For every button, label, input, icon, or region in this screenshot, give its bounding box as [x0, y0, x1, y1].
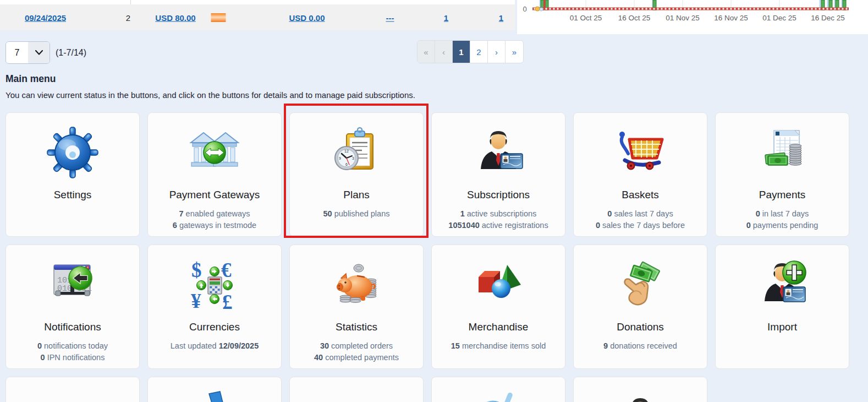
tile-label: Donations: [574, 321, 707, 333]
svg-text:9: 9: [339, 156, 341, 160]
main-menu-tiles-region: Settings Payment Gateways7 enabled gatew…: [6, 112, 864, 402]
tile-label: Baskets: [574, 189, 707, 201]
svg-text:01 Oct 25: 01 Oct 25: [570, 14, 602, 22]
svg-text:¥: ¥: [191, 290, 201, 311]
tile-label: Notifications: [6, 321, 139, 333]
main-menu-grid: Settings Payment Gateways7 enabled gatew…: [6, 112, 864, 402]
tile-import[interactable]: Import: [715, 245, 849, 369]
tile-status-line: 6 gateways in testmode: [148, 220, 281, 231]
tile-status-lines: 9 donations received: [574, 340, 707, 352]
pagination-page-2-button[interactable]: 2: [470, 41, 488, 63]
tile-status-line: 50 published plans: [290, 208, 423, 220]
amount-link[interactable]: USD 80.00: [155, 13, 195, 22]
per-page-select[interactable]: 7: [6, 41, 50, 64]
tile-partial-blue-glass[interactable]: [431, 377, 565, 402]
receipt-printer-icon: [148, 388, 281, 402]
table-row-above: [0, 0, 515, 4]
tile-notifications[interactable]: x 101 010 011 Notifications0 notificatio…: [6, 245, 140, 369]
svg-text:£: £: [222, 291, 233, 311]
column-divider: [130, 0, 131, 4]
hand-cash-icon: [574, 256, 707, 313]
tile-status-lines: 1 active subscriptions1051040 active reg…: [432, 208, 565, 231]
shopping-cart-icon: [574, 124, 707, 181]
blue-glass-icon: [432, 388, 565, 402]
ledger-cash-icon: [716, 124, 849, 181]
tile-label: Plans: [290, 189, 423, 201]
binary-window-icon: x 101 010 011: [6, 256, 139, 313]
tile-status-line: 15 merchandise items sold: [432, 340, 565, 352]
tile-status-line: 0 in last 7 days: [716, 208, 849, 220]
amount2-link[interactable]: USD 0.00: [289, 13, 325, 22]
user-plus-icon: [716, 256, 849, 313]
count-link-a[interactable]: 1: [444, 13, 448, 22]
record-range-label: (1-7/14): [56, 41, 86, 64]
gear-icon: [6, 124, 139, 181]
tile-label: Statistics: [290, 321, 423, 333]
tile-label: Currencies: [148, 321, 281, 333]
tile-status-line: 30 completed orders: [290, 340, 423, 352]
per-page-value: 7: [6, 42, 28, 63]
tile-status-line: 0 notifications today: [6, 340, 139, 352]
tile-label: Payments: [716, 189, 849, 201]
tile-status-lines: 50 published plans: [290, 208, 423, 220]
tile-merchandise[interactable]: Merchandise15 merchandise items sold: [431, 245, 565, 369]
tile-status-line: 1 active subscriptions: [432, 208, 565, 220]
user-card-icon: [432, 124, 565, 181]
chevron-down-icon: [28, 42, 50, 63]
tile-statistics[interactable]: Statistics30 completed orders40 complete…: [289, 245, 424, 369]
tile-status-line: 0 IPN notifications: [6, 352, 139, 363]
svg-text:€: €: [221, 259, 232, 281]
orange-bar-chart-cell: [211, 13, 226, 22]
person-icon: [574, 388, 707, 402]
tile-status-lines: 0 notifications today0 IPN notifications: [6, 340, 139, 363]
svg-text:01 Nov 25: 01 Nov 25: [666, 14, 700, 22]
activity-chart: 001 Oct 2516 Oct 2501 Nov 2516 Nov 2501 …: [517, 0, 868, 34]
tile-status-line: 0 sales the 7 days before: [574, 220, 707, 231]
tile-donations[interactable]: Donations9 donations received: [573, 245, 707, 369]
pagination-last-button[interactable]: »: [506, 41, 523, 63]
svg-text:0: 0: [523, 5, 526, 13]
tile-status-line: Last updated 12/09/2025: [148, 340, 281, 352]
svg-text:16 Oct 25: 16 Oct 25: [618, 14, 651, 22]
tile-payment-gateways[interactable]: Payment Gateways7 enabled gateways6 gate…: [147, 112, 282, 237]
pagination-next-button[interactable]: ›: [488, 41, 506, 63]
svg-text:16 Nov 25: 16 Nov 25: [714, 14, 748, 22]
tile-settings[interactable]: Settings: [6, 112, 140, 237]
empty: [6, 388, 139, 402]
clipboard-clock-icon: 12 3 6 9: [290, 124, 423, 181]
pagination-page-1-button[interactable]: 1: [453, 41, 470, 63]
tile-status-line: 0 sales last 7 days: [574, 208, 707, 220]
svg-text:6: 6: [345, 162, 348, 166]
count-link-b[interactable]: 1: [499, 13, 503, 22]
tile-partial-empty: [289, 377, 424, 402]
currency-symbols-icon: $€ ¥£: [148, 256, 281, 313]
report-table-row: 09/24/2025 2 USD 80.00 USD 0.00 --- 1 1: [0, 4, 515, 30]
tile-label: Subscriptions: [432, 189, 565, 201]
svg-text:16 Dec 25: 16 Dec 25: [811, 14, 845, 22]
tile-label: Settings: [6, 189, 139, 201]
date-link[interactable]: 09/24/2025: [25, 13, 66, 22]
tile-status-lines: 7 enabled gateways6 gateways in testmode: [148, 208, 281, 231]
tile-payments[interactable]: Payments0 in last 7 days0 payments pendi…: [715, 112, 849, 237]
tile-status-line: 9 donations received: [574, 340, 707, 352]
dashes-link[interactable]: ---: [386, 13, 394, 22]
pagination: « ‹ 1 2 › »: [417, 40, 524, 63]
tile-label: Merchandise: [432, 321, 565, 333]
tile-partial-person[interactable]: [573, 377, 707, 402]
tile-currencies[interactable]: $€ ¥£ CurrenciesLast updated 12/09/2025: [147, 245, 282, 369]
piggy-bank-icon: [290, 256, 423, 313]
tile-status-lines: 30 completed orders40 completed payments: [290, 340, 423, 363]
tile-status-line: 1051040 active registrations: [432, 220, 565, 231]
tile-partial-receipt-printer[interactable]: [147, 377, 282, 402]
tile-status-lines: 0 in last 7 days0 payments pending: [716, 208, 849, 231]
tile-partial-empty: [6, 377, 140, 402]
tile-baskets[interactable]: Baskets0 sales last 7 days0 sales the 7 …: [573, 112, 707, 237]
tile-status-line: 0 payments pending: [716, 220, 849, 231]
tile-plans[interactable]: 12 3 6 9 Plans50 published plans: [289, 112, 424, 237]
pagination-prev-button[interactable]: ‹: [435, 41, 453, 63]
svg-text:$: $: [191, 259, 202, 281]
svg-text:01 Dec 25: 01 Dec 25: [762, 14, 796, 22]
pagination-first-button[interactable]: «: [417, 41, 435, 63]
main-menu-description: You can view current status in the butto…: [6, 90, 415, 100]
tile-subscriptions[interactable]: Subscriptions1 active subscriptions10510…: [431, 112, 565, 237]
